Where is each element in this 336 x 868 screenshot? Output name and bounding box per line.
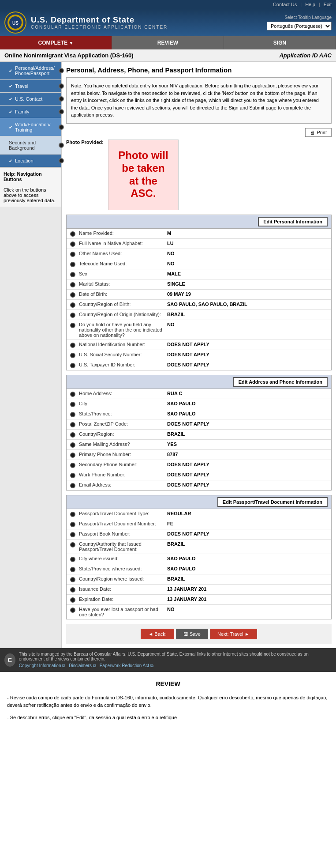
- table-row: Country/Authority that Issued Passport/T…: [67, 540, 331, 554]
- row-bullet: [70, 512, 75, 517]
- table-row: National Identification Number: DOES NOT…: [67, 340, 331, 350]
- nav-tabs: COMPLETE ▼ REVIEW SIGN: [0, 36, 336, 49]
- footer-text: This site is managed by the Bureau of Co…: [19, 652, 309, 661]
- lang-label: Select Tooltip Language: [284, 15, 332, 20]
- table-row: State/Province: SAO PAULO: [67, 409, 331, 419]
- table-row: Secondary Phone Number: DOES NOT APPLY: [67, 460, 331, 470]
- edit-address-button[interactable]: Edit Address and Phone Information: [233, 377, 328, 387]
- table-row: State/Province where issued: SAO PAULO: [67, 564, 331, 574]
- row-bullet: [70, 587, 75, 593]
- edit-passport-button[interactable]: Edit Passport/Travel Document Informatio…: [217, 497, 328, 507]
- sidebar-item-uscont[interactable]: ✔ U.S. Contact: [0, 93, 61, 106]
- row-bullet: [70, 442, 75, 448]
- sidebar-bullet: [59, 158, 64, 163]
- copyright-link[interactable]: Copyright Information ⧉: [19, 663, 65, 668]
- table-row: Passport/Travel Document Type: REGULAR: [67, 509, 331, 519]
- tab-complete[interactable]: COMPLETE ▼: [0, 36, 112, 49]
- main-layout: ✔ Personal/Address/ Phone/Passport ✔ Tra…: [0, 62, 336, 648]
- help-title: Help: Navigation Buttons: [4, 171, 58, 182]
- back-button[interactable]: ◄ Back:: [141, 629, 174, 639]
- exit-link[interactable]: Exit: [324, 2, 332, 7]
- table-row: Home Address: RUA C: [67, 389, 331, 399]
- edit-personal-button[interactable]: Edit Personal Information: [258, 217, 328, 226]
- check-icon: ✔: [9, 97, 12, 102]
- sidebar-item-work[interactable]: ✔ Work/Education/ Training: [0, 118, 61, 136]
- row-bullet: [70, 292, 75, 298]
- site-header: US U.S. Department of State CONSULAR ELE…: [0, 9, 336, 36]
- check-icon: ✔: [9, 109, 12, 114]
- photo-section: Photo Provided: Photo willbe takenat the…: [66, 140, 332, 210]
- row-bullet: [70, 343, 75, 348]
- notice-text: Note: You have completed data entry for …: [71, 83, 319, 117]
- review-item-2: Se descobrir erros, clique em "Edit", da…: [7, 714, 329, 722]
- table-row: Date of Birth: 09 MAY 19: [67, 290, 331, 300]
- page-title-bar: Online Nonimmigrant Visa Application (DS…: [0, 49, 336, 62]
- sidebar-item-label: Family: [15, 109, 29, 114]
- sidebar-item-location[interactable]: ✔ Location: [0, 155, 61, 167]
- sidebar-item-security[interactable]: Security and Background: [0, 136, 61, 155]
- info-notice: Note: You have completed data entry for …: [66, 77, 332, 124]
- photo-label: Photo Provided:: [66, 140, 104, 145]
- table-row: Country/Region: BRAZIL: [67, 430, 331, 440]
- row-bullet: [70, 483, 75, 488]
- row-bullet: [70, 313, 75, 318]
- next-button[interactable]: Next: Travel ►: [210, 629, 257, 639]
- print-icon: 🖨: [310, 130, 315, 135]
- print-button[interactable]: 🖨 Print: [305, 128, 332, 137]
- table-row: U.S. Social Security Number: DOES NOT AP…: [67, 350, 331, 360]
- passport-info-section: Edit Passport/Travel Document Informatio…: [66, 495, 332, 619]
- check-icon: ✔: [9, 159, 12, 163]
- table-row: Telecode Name Used: NO: [67, 259, 331, 269]
- table-row: Email Address: DOES NOT APPLY: [67, 480, 331, 490]
- row-bullet: [70, 282, 75, 287]
- table-row: Postal Zone/ZIP Code: DOES NOT APPLY: [67, 419, 331, 430]
- top-bar: Contact Us | Help | Exit: [0, 0, 336, 9]
- address-edit-bar: Edit Address and Phone Information: [67, 375, 331, 389]
- save-button[interactable]: 🖫 Save: [176, 629, 208, 639]
- sidebar-item-family[interactable]: ✔ Family: [0, 106, 61, 118]
- help-link[interactable]: Help: [305, 2, 315, 7]
- check-icon: ✔: [9, 125, 12, 130]
- check-icon: ✔: [9, 68, 12, 73]
- table-row: Primary Phone Number: 8787: [67, 450, 331, 460]
- site-footer: C This site is managed by the Bureau of …: [0, 648, 336, 672]
- row-bullet: [70, 392, 75, 397]
- content-area: Personal, Address, Phone, and Passport I…: [62, 62, 336, 648]
- table-row: Marital Status: SINGLE: [67, 279, 331, 290]
- paperwork-link[interactable]: Paperwork Reduction Act ⧉: [100, 663, 153, 668]
- row-bullet: [70, 597, 75, 603]
- review-title: REVIEW: [7, 679, 329, 689]
- sidebar-item-travel[interactable]: ✔ Travel: [0, 80, 61, 93]
- row-bullet: [70, 473, 75, 478]
- tab-sign[interactable]: SIGN: [224, 36, 336, 49]
- tab-review[interactable]: REVIEW: [112, 36, 224, 49]
- row-bullet: [70, 567, 75, 572]
- table-row: Issuance Date: 13 JANUARY 201: [67, 585, 331, 595]
- sidebar: ✔ Personal/Address/ Phone/Passport ✔ Tra…: [0, 62, 62, 648]
- row-bullet: [70, 231, 75, 237]
- sidebar-item-label: Personal/Address/ Phone/Passport: [15, 65, 59, 76]
- help-text: Click on the buttons above to access pre…: [4, 187, 55, 203]
- bottom-nav: ◄ Back: 🖫 Save Next: Travel ►: [66, 624, 332, 644]
- footer-links: Copyright Information ⧉ Disclaimers ⧉ Pa…: [19, 663, 332, 668]
- disclaimers-link[interactable]: Disclaimers ⧉: [69, 663, 96, 668]
- print-bar: 🖨 Print: [66, 128, 332, 137]
- row-bullet: [70, 542, 75, 547]
- row-bullet: [70, 532, 75, 537]
- table-row: Country/Region where issued: BRAZIL: [67, 574, 331, 585]
- table-row: Name Provided: M: [67, 229, 331, 239]
- sidebar-bullet: [59, 143, 64, 148]
- page-subtitle: Online Nonimmigrant Visa Application (DS…: [4, 52, 134, 59]
- table-row: Passport/Travel Document Number: FE: [67, 519, 331, 529]
- photo-placeholder: Photo willbe takenat theASC.: [108, 140, 179, 210]
- review-section: REVIEW Revise cada campo de cada parte d…: [0, 672, 336, 733]
- table-row: Expiration Date: 13 JANUARY 201: [67, 595, 331, 605]
- check-icon: ✔: [9, 84, 12, 89]
- sidebar-bullet: [59, 83, 64, 89]
- contact-us-link[interactable]: Contact Us: [273, 2, 297, 7]
- sidebar-item-personal[interactable]: ✔ Personal/Address/ Phone/Passport: [0, 62, 61, 80]
- page-title: Personal, Address, Phone, and Passport I…: [66, 66, 332, 74]
- row-bullet: [70, 363, 75, 368]
- language-select[interactable]: Português (Portuguese): [267, 22, 332, 30]
- table-row: Full Name in Native Alphabet: LU: [67, 239, 331, 249]
